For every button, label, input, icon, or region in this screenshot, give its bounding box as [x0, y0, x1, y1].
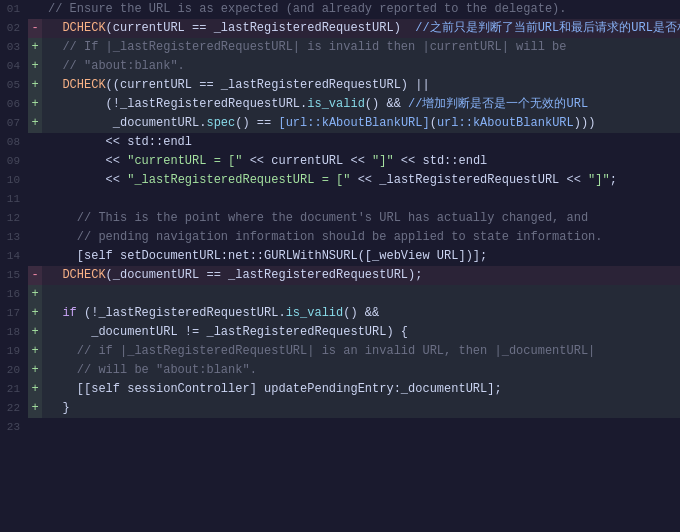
line-number: 02: [0, 19, 28, 38]
token: is_valid: [286, 306, 344, 320]
line-content: _documentURL.spec() == [url::kAboutBlank…: [42, 114, 680, 133]
code-line-6: 06+ (!_lastRegisteredRequestURL.is_valid…: [0, 95, 680, 114]
token: [401, 21, 415, 35]
line-content: // if |_lastRegisteredRequestURL| is an …: [42, 342, 680, 361]
token: () ==: [235, 116, 278, 130]
code-line-3: 03+ // If |_lastRegisteredRequestURL| is…: [0, 38, 680, 57]
token: // Ensure the URL is as expected (and al…: [48, 2, 566, 16]
line-content: }: [42, 399, 680, 418]
token: _documentURL.: [48, 116, 206, 130]
line-number: 01: [0, 0, 28, 19]
token: << std::endl: [48, 135, 192, 149]
line-content: // If |_lastRegisteredRequestURL| is inv…: [42, 38, 680, 57]
line-number: 16: [0, 285, 28, 304]
line-number: 08: [0, 133, 28, 152]
token: is_valid: [307, 97, 365, 111]
line-content: // "about:blank".: [42, 57, 680, 76]
code-editor: 01 // Ensure the URL is as expected (and…: [0, 0, 680, 532]
code-line-13: 13 // pending navigation information sho…: [0, 228, 680, 247]
line-content: // pending navigation information should…: [42, 228, 680, 247]
token: (!_lastRegisteredRequestURL.: [77, 306, 286, 320]
line-content: [42, 285, 680, 304]
token: DCHECK: [48, 78, 106, 92]
line-number: 20: [0, 361, 28, 380]
token: // If |_lastRegisteredRequestURL| is inv…: [48, 40, 566, 54]
line-content: << "currentURL = [" << currentURL << "]"…: [42, 152, 680, 171]
line-number: 14: [0, 247, 28, 266]
code-line-23: 23: [0, 418, 680, 437]
code-line-12: 12 // This is the point where the docume…: [0, 209, 680, 228]
token: <<: [48, 154, 127, 168]
token: // This is the point where the document'…: [48, 211, 588, 225]
token: }: [48, 401, 70, 415]
token: // if |_lastRegisteredRequestURL| is an …: [48, 344, 595, 358]
token: if: [48, 306, 77, 320]
token: (_documentURL == _lastRegisteredRequestU…: [106, 268, 423, 282]
line-number: 06: [0, 95, 28, 114]
code-line-17: 17+ if (!_lastRegisteredRequestURL.is_va…: [0, 304, 680, 323]
line-number: 15: [0, 266, 28, 285]
line-number: 03: [0, 38, 28, 57]
code-line-2: 02- DCHECK(currentURL == _lastRegistered…: [0, 19, 680, 38]
line-number: 23: [0, 418, 28, 437]
token: // "about:blank".: [48, 59, 185, 73]
token: url::kAboutBlankURL: [437, 116, 574, 130]
token: (currentURL == _lastRegisteredRequestURL…: [106, 21, 401, 35]
line-content: // This is the point where the document'…: [42, 209, 680, 228]
code-line-16: 16+: [0, 285, 680, 304]
line-content: _documentURL != _lastRegisteredRequestUR…: [42, 323, 680, 342]
token: [[self sessionController] updatePendingE…: [48, 382, 502, 396]
line-marker: +: [28, 361, 42, 380]
token: // will be "about:blank".: [48, 363, 257, 377]
line-content: [self setDocumentURL:net::GURLWithNSURL(…: [42, 247, 680, 266]
line-content: [[self sessionController] updatePendingE…: [42, 380, 680, 399]
line-content: DCHECK(_documentURL == _lastRegisteredRe…: [42, 266, 680, 285]
token: << _lastRegisteredRequestURL <<: [350, 173, 588, 187]
line-number: 07: [0, 114, 28, 133]
line-marker: +: [28, 380, 42, 399]
line-number: 11: [0, 190, 28, 209]
line-content: (!_lastRegisteredRequestURL.is_valid() &…: [42, 95, 680, 114]
token: ((currentURL == _lastRegisteredRequestUR…: [106, 78, 430, 92]
code-line-11: 11: [0, 190, 680, 209]
token: [url::kAboutBlankURL]: [278, 116, 429, 130]
line-content: if (!_lastRegisteredRequestURL.is_valid(…: [42, 304, 680, 323]
token: (!_lastRegisteredRequestURL.: [48, 97, 307, 111]
token: // pending navigation information should…: [48, 230, 603, 244]
code-line-10: 10 << "_lastRegisteredRequestURL = [" <<…: [0, 171, 680, 190]
line-content: DCHECK((currentURL == _lastRegisteredReq…: [42, 76, 680, 95]
line-number: 17: [0, 304, 28, 323]
line-marker: +: [28, 323, 42, 342]
token: spec: [206, 116, 235, 130]
line-number: 04: [0, 57, 28, 76]
token: () &&: [343, 306, 379, 320]
line-content: [42, 418, 680, 437]
token: "currentURL = [": [127, 154, 242, 168]
line-marker: +: [28, 399, 42, 418]
line-number: 22: [0, 399, 28, 418]
line-number: 12: [0, 209, 28, 228]
code-line-14: 14 [self setDocumentURL:net::GURLWithNSU…: [0, 247, 680, 266]
token: <<: [48, 173, 127, 187]
line-content: // Ensure the URL is as expected (and al…: [42, 0, 680, 19]
line-marker: +: [28, 76, 42, 95]
line-content: << "_lastRegisteredRequestURL = [" << _l…: [42, 171, 680, 190]
token: _documentURL != _lastRegisteredRequestUR…: [48, 325, 408, 339]
line-content: DCHECK(currentURL == _lastRegisteredRequ…: [42, 19, 680, 38]
line-marker: +: [28, 95, 42, 114]
line-marker: +: [28, 57, 42, 76]
code-line-20: 20+ // will be "about:blank".: [0, 361, 680, 380]
token: "_lastRegisteredRequestURL = [": [127, 173, 350, 187]
line-marker: +: [28, 114, 42, 133]
line-marker: +: [28, 38, 42, 57]
code-line-21: 21+ [[self sessionController] updatePend…: [0, 380, 680, 399]
token: //之前只是判断了当前URL和最后请求的URL是否相同: [415, 21, 680, 35]
token: ))): [574, 116, 596, 130]
line-number: 21: [0, 380, 28, 399]
token: "]": [372, 154, 394, 168]
token: () &&: [365, 97, 408, 111]
code-line-4: 04+ // "about:blank".: [0, 57, 680, 76]
code-line-7: 07+ _documentURL.spec() == [url::kAboutB…: [0, 114, 680, 133]
code-line-5: 05+ DCHECK((currentURL == _lastRegistere…: [0, 76, 680, 95]
token: [self setDocumentURL:net::GURLWithNSURL(…: [48, 249, 487, 263]
